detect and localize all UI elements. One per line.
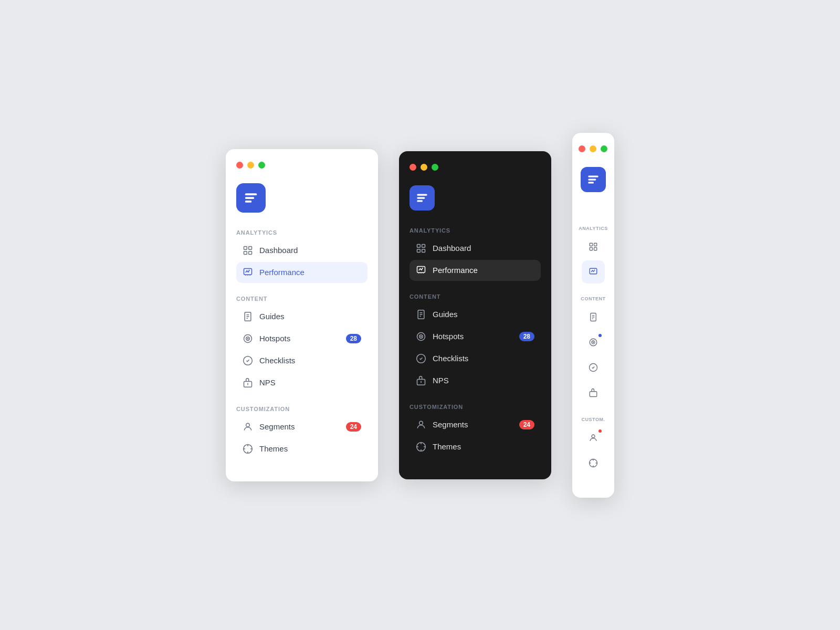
nav-label-checklists-dark: Checklists [433,354,534,363]
svg-rect-22 [417,244,421,247]
svg-rect-3 [244,246,247,249]
panel-light: ANALYTYICS Dashboard Performance CONTENT… [226,149,378,481]
svg-rect-6 [249,251,252,254]
badge-hotspots: 28 [346,334,361,343]
section-label-content-dark: CONTENT [410,293,541,300]
nav-item-guides[interactable]: Guides [236,306,368,327]
svg-rect-39 [588,178,596,180]
svg-point-52 [593,342,594,343]
app-icon-collapsed [581,167,606,192]
app-icon [236,183,266,213]
nav-label-performance-dark: Performance [433,266,534,275]
nav-item-themes[interactable]: Themes [236,438,368,459]
nav-item-performance[interactable]: Performance [236,262,368,283]
nav-item-nps-dark[interactable]: NPS [410,370,541,391]
svg-point-33 [421,336,422,337]
nav-icon-checklists-c[interactable] [582,356,605,379]
hotspot-dot [597,333,603,338]
traffic-light-yellow-dark [421,164,427,171]
svg-rect-53 [590,391,597,396]
svg-rect-24 [417,249,421,252]
traffic-lights-light [236,162,368,169]
svg-rect-43 [590,247,592,250]
traffic-light-yellow [247,162,254,169]
svg-point-36 [419,421,423,425]
svg-point-54 [592,435,595,438]
svg-rect-4 [249,246,252,249]
section-label-content-c: CONTENT [579,296,608,301]
nav-label-nps: NPS [259,378,361,387]
nav-item-hotspots-dark[interactable]: Hotspots 28 [410,326,541,347]
nav-label-segments-dark: Segments [433,420,513,429]
nav-icon-dashboard-c[interactable] [582,235,605,258]
panel-dark: ANALYTYICS Dashboard Performance CONTENT… [399,151,551,479]
svg-rect-19 [417,194,427,195]
nav-item-dashboard-dark[interactable]: Dashboard [410,238,541,259]
nav-item-performance-dark[interactable]: Performance [410,260,541,281]
nav-label-checklists: Checklists [259,356,361,365]
app-icon-dark [410,185,435,211]
traffic-light-red-c [579,145,585,152]
nav-label-nps-dark: NPS [433,376,534,385]
traffic-light-yellow-c [590,145,596,152]
traffic-light-green-c [601,145,607,152]
nav-label-themes: Themes [259,444,361,453]
section-label-customization-dark: CUSTOMIZATION [410,404,541,410]
nav-icon-performance-c[interactable] [582,260,605,284]
panel-collapsed: ANALYTICS CONTENT [572,133,614,498]
svg-rect-42 [594,243,597,246]
nav-label-guides-dark: Guides [433,310,534,319]
svg-rect-23 [422,244,425,247]
nav-item-checklists-dark[interactable]: Checklists [410,348,541,369]
nav-label-hotspots: Hotspots [259,334,340,343]
section-label-analytics: ANALYTYICS [236,229,368,236]
nav-item-dashboard[interactable]: Dashboard [236,240,368,261]
section-label-customization: CUSTOMIZATION [236,406,368,412]
svg-rect-38 [588,175,598,177]
traffic-lights-dark [410,164,541,171]
nav-icon-guides-c[interactable] [582,306,605,329]
nav-label-segments: Segments [259,422,340,431]
nav-label-performance: Performance [259,268,361,277]
nav-item-segments[interactable]: Segments 24 [236,416,368,437]
svg-rect-1 [245,197,255,199]
nav-label-dashboard-dark: Dashboard [433,244,534,253]
svg-point-17 [246,423,250,427]
svg-rect-44 [594,247,597,250]
nav-item-themes-dark[interactable]: Themes [410,436,541,457]
nav-label-dashboard: Dashboard [259,246,361,255]
nav-item-guides-dark[interactable]: Guides [410,304,541,325]
svg-rect-21 [417,200,423,202]
traffic-light-red-dark [410,164,416,171]
badge-hotspots-dark: 28 [519,332,534,341]
svg-rect-20 [417,197,425,198]
svg-rect-41 [590,243,592,246]
nav-item-nps[interactable]: NPS [236,372,368,393]
svg-rect-5 [244,251,247,254]
nav-item-segments-dark[interactable]: Segments 24 [410,414,541,435]
section-label-analytics-c: ANALYTICS [579,226,608,231]
traffic-light-red [236,162,243,169]
traffic-light-green [258,162,265,169]
nav-item-checklists[interactable]: Checklists [236,350,368,371]
traffic-lights-collapsed [579,145,608,152]
section-label-analytics-dark: ANALYTYICS [410,227,541,234]
svg-rect-25 [422,249,425,252]
nav-label-guides: Guides [259,312,361,321]
svg-point-14 [247,338,248,339]
traffic-light-green-dark [432,164,438,171]
badge-segments: 24 [346,422,361,432]
nav-icon-segments-c[interactable] [582,426,605,449]
nav-label-hotspots-dark: Hotspots [433,332,513,341]
svg-rect-2 [245,201,252,203]
nav-icon-nps-c[interactable] [582,381,605,404]
nav-item-hotspots[interactable]: Hotspots 28 [236,328,368,349]
svg-rect-40 [588,182,594,183]
section-label-content: CONTENT [236,296,368,302]
nav-icon-hotspots-c[interactable] [582,331,605,354]
svg-rect-0 [245,193,257,195]
nav-icon-themes-c[interactable] [582,452,605,475]
badge-segments-dark: 24 [519,420,534,429]
segments-dot [597,428,603,434]
section-label-custom-c: CUSTOM. [579,417,608,422]
